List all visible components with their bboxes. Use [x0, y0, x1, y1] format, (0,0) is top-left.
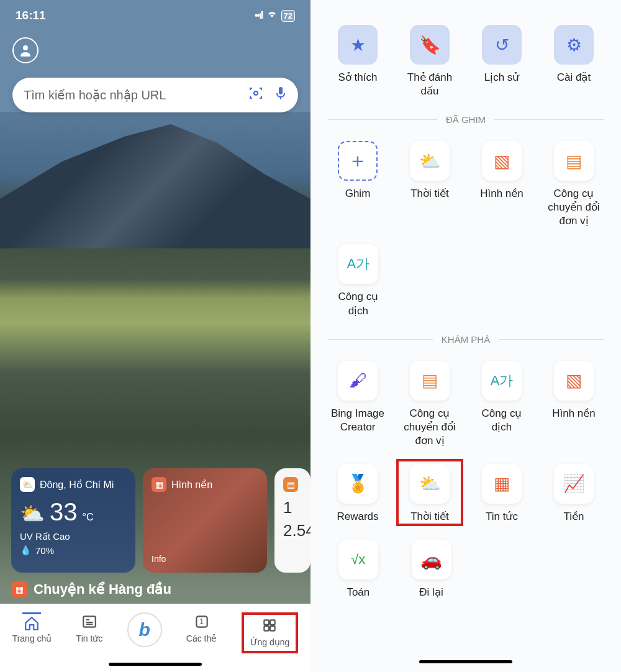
tile-interests[interactable]: ★ Sở thích [328, 25, 388, 98]
apps-icon [260, 616, 279, 635]
tile-unit-explore[interactable]: ▤ Công cụ chuyển đổi đơn vị [400, 361, 460, 448]
wallpaper-widget[interactable]: ▦ Hình nền Info [143, 468, 267, 573]
nav-news-label: Tin tức [76, 633, 103, 643]
home-indicator[interactable] [419, 660, 512, 663]
math-icon: √x [338, 540, 378, 579]
svg-point-1 [254, 91, 258, 95]
tile-wallpaper-explore[interactable]: ▧ Hình nền [544, 361, 604, 448]
tile-bookmarks[interactable]: 🔖 Thẻ đánh dấu [400, 25, 460, 98]
camera-search-icon[interactable] [248, 86, 263, 104]
star-icon: ★ [338, 25, 378, 65]
ruler-icon: ▤ [554, 141, 594, 181]
tile-pin-label: Ghim [345, 187, 371, 201]
tile-settings[interactable]: ⚙ Cài đặt [544, 25, 604, 98]
top-stories-title: Chuyện kể Hàng đầu [34, 581, 171, 597]
weather-widget[interactable]: ⛅ Đông, Hồ Chí Mi ⛅ 33 °C UV Rất Cao 💧70… [11, 468, 135, 573]
tile-trans-ex-label: Công cụ dịch [472, 407, 532, 434]
tile-pin[interactable]: + Ghim [328, 141, 388, 228]
car-icon: 🚗 [412, 540, 451, 579]
weather-unit: °C [83, 512, 94, 523]
weather-humidity: 70% [35, 545, 54, 556]
tile-commute[interactable]: 🚗 Đi lại [401, 540, 462, 599]
weather-uv: UV Rất Cao [20, 531, 127, 542]
tile-translate-explore[interactable]: A가 Công cụ dịch [472, 361, 532, 448]
translate-icon: A가 [338, 244, 378, 284]
signal-icon [255, 10, 263, 21]
nav-bing[interactable]: b [127, 612, 162, 647]
medal-icon: 🏅 [338, 464, 378, 504]
tile-history-label: Lịch sử [484, 71, 520, 84]
nav-news[interactable]: Tin tức [76, 612, 103, 643]
tile-news-ex-label: Tin tức [486, 510, 518, 524]
tile-weather-label: Thời tiết [410, 187, 449, 201]
wallpaper-title: Hình nền [171, 479, 212, 491]
tile-news-explore[interactable]: ▦ Tin tức [472, 464, 532, 524]
status-bar: 16:11 72 [0, 0, 310, 31]
search-bar[interactable] [12, 78, 298, 112]
tile-rewards[interactable]: 🏅 Rewards [328, 464, 388, 524]
nav-apps-label: Ứng dụng [250, 637, 290, 647]
svg-point-0 [23, 45, 28, 50]
chart-icon: 📈 [554, 464, 594, 504]
tile-bookmarks-label: Thẻ đánh dấu [400, 71, 460, 98]
tabs-icon: 1 [193, 612, 211, 631]
tile-translate-label: Công cụ dịch [328, 290, 389, 317]
weather-icon: ⛅ [20, 477, 35, 492]
tile-translate-pinned[interactable]: A가 Công cụ dịch [328, 244, 389, 317]
tile-money-label: Tiền [564, 510, 584, 524]
partial-val1: 1 [283, 498, 302, 517]
tile-unit-pinned[interactable]: ▤ Công cụ chuyển đổi đơn vị [544, 141, 604, 228]
partial-widget[interactable]: ▤ 1 2.54 [274, 468, 310, 573]
tile-weather-explore[interactable]: ⛅ Thời tiết [400, 464, 460, 524]
tabs-count: 1 [199, 617, 204, 626]
tile-image-creator[interactable]: 🖌 Bing Image Creator [328, 361, 388, 448]
translate-icon: A가 [482, 361, 522, 401]
status-icons: 72 [255, 10, 295, 22]
status-time: 16:11 [16, 9, 46, 22]
tile-unit-label: Công cụ chuyển đổi đơn vị [544, 187, 604, 228]
nav-tabs-label: Các thẻ [186, 633, 217, 643]
image-icon: ▧ [482, 141, 522, 181]
sun-icon: ⛅ [20, 502, 45, 525]
news-icon: ▦ [11, 581, 27, 597]
nav-home-label: Trang chủ [12, 633, 52, 643]
gear-icon: ⚙ [554, 25, 594, 65]
partial-val2: 2.54 [283, 521, 302, 540]
svg-rect-8 [265, 620, 270, 625]
section-explore-header: KHÁM PHÁ [328, 334, 604, 345]
image-icon: ▦ [152, 477, 166, 492]
tile-money[interactable]: 📈 Tiền [544, 464, 604, 524]
weather-icon: ⛅ [410, 464, 450, 504]
mic-icon[interactable] [274, 86, 287, 104]
tile-wallpaper-pinned[interactable]: ▧ Hình nền [472, 141, 532, 228]
tile-weather-pinned[interactable]: ⛅ Thời tiết [400, 141, 460, 228]
widget-row: ⛅ Đông, Hồ Chí Mi ⛅ 33 °C UV Rất Cao 💧70… [11, 468, 310, 573]
svg-rect-11 [271, 626, 276, 631]
tile-ic-label: Bing Image Creator [328, 407, 388, 434]
home-indicator[interactable] [109, 663, 202, 666]
top-stories-header[interactable]: ▦ Chuyện kể Hàng đầu [11, 581, 171, 597]
nav-apps[interactable]: Ứng dụng [242, 612, 299, 653]
tile-history[interactable]: ↺ Lịch sử [472, 25, 532, 98]
nav-home[interactable]: Trang chủ [12, 612, 52, 643]
droplet-icon: 💧 [20, 545, 32, 556]
battery-icon: 72 [281, 10, 295, 22]
news-icon: ▦ [482, 464, 522, 504]
tile-math-label: Toán [347, 586, 369, 599]
profile-button[interactable] [12, 37, 39, 63]
weather-icon: ⛅ [410, 141, 450, 181]
brush-icon: 🖌 [338, 361, 378, 401]
plus-icon: + [338, 141, 378, 181]
nav-tabs[interactable]: 1 Các thẻ [186, 612, 217, 643]
bing-icon: b [127, 612, 162, 647]
ruler-icon: ▤ [410, 361, 450, 401]
weather-temp: 33 [50, 498, 78, 526]
tile-math[interactable]: √x Toán [328, 540, 389, 599]
tile-weather-ex-label: Thời tiết [410, 510, 449, 524]
tile-wallpaper-label: Hình nền [480, 187, 524, 201]
home-icon [22, 612, 41, 631]
search-input[interactable] [24, 88, 248, 102]
wifi-icon [266, 10, 278, 21]
bottom-nav: Trang chủ Tin tức b 1 Các thẻ Ứng dụng [0, 604, 310, 672]
tile-wp-ex-label: Hình nền [552, 407, 596, 420]
